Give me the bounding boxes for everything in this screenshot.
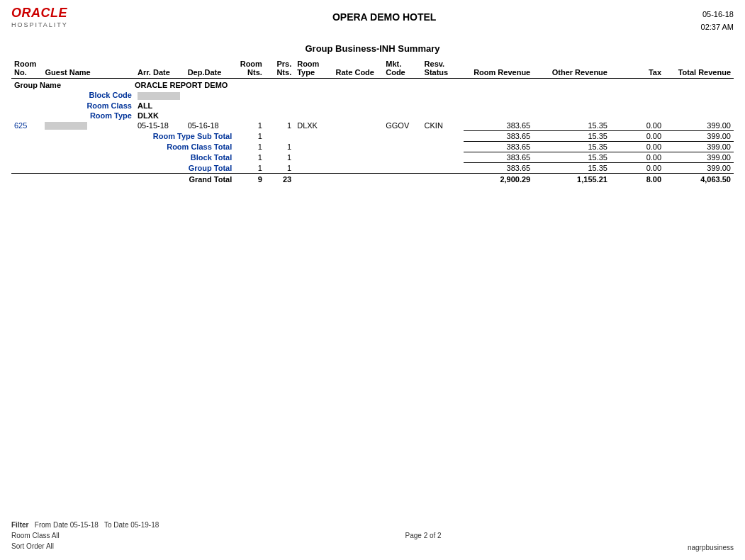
guest-name-redacted	[45, 122, 87, 130]
room-type-subtotal-tax: 0.00	[610, 130, 664, 141]
hotel-title: OPERA DEMO HOTEL	[68, 6, 701, 23]
total-revenue-cell: 399.00	[664, 121, 734, 131]
room-nts-cell: 1	[235, 121, 265, 131]
room-class-label: Room Class	[11, 101, 135, 111]
room-type-val: DLXK	[135, 111, 734, 121]
grand-total-room-rev: 2,900.29	[464, 173, 533, 185]
col-total-revenue: Total Revenue	[664, 58, 734, 79]
column-header-row: Room No. Guest Name Arr. Date Dep.Date R…	[11, 58, 734, 79]
col-resv-status: Resv.Status	[422, 58, 464, 79]
block-total-room-rev: 383.65	[464, 152, 533, 162]
room-type-subtotal-room-rev: 383.65	[464, 130, 533, 141]
page-header: ORACLE HOSPITALITY OPERA DEMO HOTEL 05-1…	[0, 0, 745, 36]
group-name-row: Group Name ORACLE REPORT DEMO	[11, 79, 734, 91]
group-total-other-rev: 15.35	[533, 162, 610, 173]
col-room-nts: RoomNts.	[235, 58, 265, 79]
col-room-no: Room No.	[11, 58, 42, 79]
data-row-625: 625 05-15-18 05-16-18 1 1 DLXK GGOV CKIN…	[11, 121, 734, 131]
group-total-total: 399.00	[664, 162, 734, 173]
col-rate-code: Rate Code	[333, 58, 383, 79]
block-total-label: Block Total	[11, 152, 235, 162]
block-total-prs: 1	[265, 152, 294, 162]
oracle-text: ORACLE	[11, 6, 67, 21]
col-room-type: Room Type	[294, 58, 332, 79]
grand-total-label: Grand Total	[11, 173, 235, 185]
room-revenue-cell: 383.65	[464, 121, 533, 131]
block-total-other-rev: 15.35	[533, 152, 610, 162]
report-date: 05-16-18	[701, 9, 734, 21]
col-dep-date: Dep.Date	[185, 58, 235, 79]
col-room-revenue: Room Revenue	[464, 58, 533, 79]
filter-label: Filter	[11, 521, 28, 529]
room-class-total-label: Room Class Total	[11, 141, 235, 152]
block-total-tax: 0.00	[610, 152, 664, 162]
room-class-total-nts: 1	[235, 141, 265, 152]
room-class-total-total: 399.00	[664, 141, 734, 152]
room-class-row: Room Class ALL	[11, 101, 734, 111]
grand-total-total: 4,063.50	[664, 173, 734, 185]
room-class-total-room-rev: 383.65	[464, 141, 533, 152]
grand-total-tax: 8.00	[610, 173, 664, 185]
group-name-label: Group Name	[11, 79, 135, 91]
grand-total-row: Grand Total 9 23 2,900.29 1,155.21 8.00 …	[11, 173, 734, 185]
room-type-subtotal-total: 399.00	[664, 130, 734, 141]
resv-status-cell: CKIN	[422, 121, 464, 131]
grand-total-nts: 9	[235, 173, 265, 185]
col-prs-nts: Prs.Nts.	[265, 58, 294, 79]
report-time: 02:37 AM	[701, 21, 734, 34]
col-mkt-code: Mkt.Code	[383, 58, 421, 79]
col-other-revenue: Other Revenue	[533, 58, 610, 79]
filter-room-class: Room Class All	[11, 530, 159, 541]
filter-from: From Date 05-15-18	[35, 521, 99, 529]
group-total-label: Group Total	[11, 162, 235, 173]
col-tax: Tax	[610, 58, 664, 79]
footer-page: Page 2 of 2	[405, 532, 442, 539]
room-type-label: Room Type	[11, 111, 135, 121]
block-code-redacted	[138, 92, 180, 100]
oracle-logo: ORACLE HOSPITALITY	[11, 6, 68, 28]
block-total-total: 399.00	[664, 152, 734, 162]
guest-name-cell	[42, 121, 134, 131]
room-class-val: ALL	[135, 101, 734, 111]
group-total-prs: 1	[265, 162, 294, 173]
block-total-nts: 1	[235, 152, 265, 162]
block-code-val	[135, 90, 734, 101]
group-total-nts: 1	[235, 162, 265, 173]
group-total-row: Group Total 1 1 383.65 15.35 0.00 399.00	[11, 162, 734, 173]
tax-cell: 0.00	[610, 121, 664, 131]
page-footer: Filter From Date 05-15-18 To Date 05-19-…	[0, 520, 745, 551]
block-total-row: Block Total 1 1 383.65 15.35 0.00 399.00	[11, 152, 734, 162]
filter-to: To Date 05-19-18	[104, 521, 159, 529]
report-title: Group Business-INH Summary	[0, 36, 745, 58]
footer-left: Filter From Date 05-15-18 To Date 05-19-…	[11, 520, 159, 551]
room-no-cell: 625	[11, 121, 42, 131]
room-class-total-row: Room Class Total 1 1 383.65 15.35 0.00 3…	[11, 141, 734, 152]
other-revenue-cell: 15.35	[533, 121, 610, 131]
room-type-subtotal-row: Room Type Sub Total 1 383.65 15.35 0.00 …	[11, 130, 734, 141]
footer-filter-line: Filter From Date 05-15-18 To Date 05-19-…	[11, 520, 159, 530]
mkt-code-cell: GGOV	[383, 121, 421, 131]
block-code-label: Block Code	[11, 90, 135, 101]
room-type-cell: DLXK	[294, 121, 332, 131]
room-type-subtotal-other-rev: 15.35	[533, 130, 610, 141]
rate-code-cell	[333, 121, 383, 131]
room-class-total-prs: 1	[265, 141, 294, 152]
room-type-subtotal-nts: 1	[235, 130, 265, 141]
prs-nts-cell: 1	[265, 121, 294, 131]
date-time: 05-16-18 02:37 AM	[701, 6, 734, 33]
room-type-subtotal-prs	[265, 130, 294, 141]
col-guest-name: Guest Name	[42, 58, 134, 79]
group-total-room-rev: 383.65	[464, 162, 533, 173]
room-class-total-other-rev: 15.35	[533, 141, 610, 152]
col-arr-date: Arr. Date	[135, 58, 185, 79]
room-type-row: Room Type DLXK	[11, 111, 734, 121]
block-code-row: Block Code	[11, 90, 734, 101]
group-name-val: ORACLE REPORT DEMO	[135, 79, 734, 91]
arr-date-cell: 05-15-18	[135, 121, 185, 131]
dep-date-cell: 05-16-18	[185, 121, 235, 131]
grand-total-prs: 23	[265, 173, 294, 185]
filter-sort: Sort Order All	[11, 541, 159, 551]
group-total-tax: 0.00	[610, 162, 664, 173]
hospitality-text: HOSPITALITY	[11, 21, 68, 28]
report-table-container: Room No. Guest Name Arr. Date Dep.Date R…	[0, 58, 745, 185]
